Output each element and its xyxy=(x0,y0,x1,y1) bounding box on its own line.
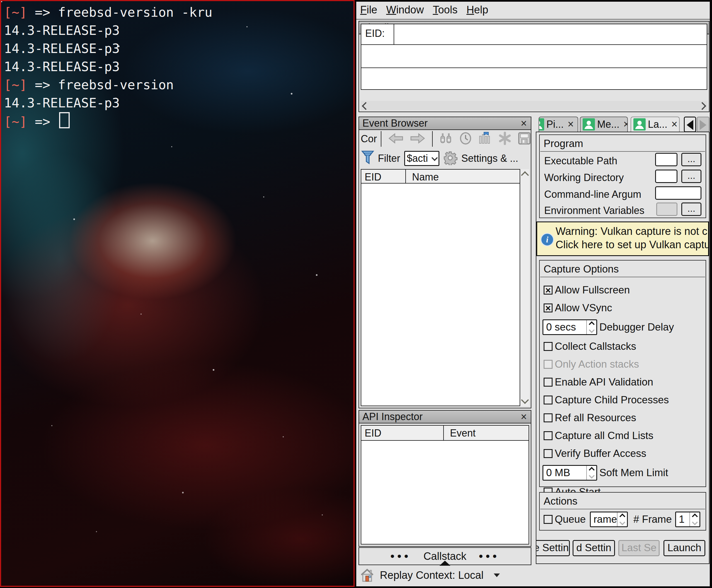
column-eid[interactable]: EID xyxy=(361,170,406,183)
filter-combobox[interactable]: $acti xyxy=(404,151,439,166)
event-browser-list[interactable] xyxy=(361,183,521,406)
column-eid[interactable]: EID xyxy=(361,426,444,440)
tab-scroll-left-button[interactable] xyxy=(684,117,696,132)
gear-icon[interactable] xyxy=(443,151,457,166)
settings-label[interactable]: Settings & ... xyxy=(461,152,518,164)
spin-up-icon[interactable] xyxy=(588,321,595,327)
window-person-icon xyxy=(583,118,595,130)
replay-context-label[interactable]: Replay Context: Local xyxy=(380,569,484,581)
program-group-title: Program xyxy=(540,135,706,151)
frame-number-spinner[interactable]: rame ( xyxy=(590,511,628,527)
tab-close-icon[interactable]: × xyxy=(567,118,574,130)
vulkan-warning-banner[interactable]: i Warning: Vulkan capture is not c Click… xyxy=(536,222,709,256)
scroll-right-icon[interactable] xyxy=(698,102,706,110)
launch-button[interactable]: Launch xyxy=(664,540,705,556)
option-collect-callstacks: Collect Callstacks xyxy=(540,337,706,355)
menu-help[interactable]: Help xyxy=(467,4,488,16)
column-name[interactable]: Name xyxy=(409,170,439,183)
scroll-left-icon[interactable] xyxy=(362,102,370,110)
chevron-down-icon xyxy=(432,155,438,161)
frame-count-value: 1 xyxy=(676,513,689,525)
save-settings-button[interactable]: ve Settin xyxy=(536,540,570,556)
executable-path-browse-button[interactable]: ... xyxy=(681,153,702,166)
replay-context-dropdown-icon[interactable] xyxy=(494,573,500,577)
spin-down-icon[interactable] xyxy=(588,473,595,479)
api-inspector-list[interactable] xyxy=(361,440,529,545)
tab-close-icon[interactable]: × xyxy=(671,118,677,130)
capture-child-processes-checkbox[interactable] xyxy=(544,396,553,404)
option-verify-buffer-access: Verify Buffer Access xyxy=(540,445,706,462)
menu-window[interactable]: Window xyxy=(386,4,424,16)
api-inspector-title: API Inspector xyxy=(362,411,423,422)
enable-api-validation-checkbox[interactable] xyxy=(544,378,553,386)
screen: [~] => freebsd-version -kru14.3-RELEASE-… xyxy=(0,0,712,588)
ref-all-resources-checkbox[interactable] xyxy=(544,413,553,422)
tab-la[interactable]: La...× xyxy=(631,117,679,133)
time-events-clock-icon[interactable] xyxy=(459,132,472,146)
capture-all-cmd-lists-checkbox[interactable] xyxy=(544,431,553,440)
spin-up-icon[interactable] xyxy=(619,513,625,519)
terminal-cursor xyxy=(59,112,70,128)
soft-mem-limit-spinner[interactable]: 0 MB xyxy=(542,465,597,481)
spinner-buttons[interactable] xyxy=(586,466,596,480)
last-settings-button[interactable]: Last Se xyxy=(618,540,660,556)
terminal-window[interactable]: [~] => freebsd-version -kru14.3-RELEASE-… xyxy=(0,0,354,587)
spin-up-icon[interactable] xyxy=(588,467,595,473)
event-browser-header: EID Name xyxy=(361,169,521,184)
event-browser-close-icon[interactable]: × xyxy=(521,117,527,129)
tab-close-icon[interactable]: × xyxy=(623,118,628,130)
capture-all-cmd-lists-label: Capture all Cmd Lists xyxy=(555,430,653,442)
menu-file[interactable]: File xyxy=(360,4,377,16)
environment-variables-field xyxy=(656,203,677,216)
tab-me[interactable]: Me...× xyxy=(580,117,628,132)
bookmark-chart-icon[interactable] xyxy=(478,132,492,146)
frame-count-spinner[interactable]: 1 xyxy=(675,511,700,527)
event-browser-scrollbar[interactable] xyxy=(520,169,529,406)
spin-down-icon[interactable] xyxy=(588,327,595,333)
callstack-bar[interactable]: ••• Callstack ••• xyxy=(359,547,531,565)
toolbar-separator xyxy=(381,131,381,147)
collect-callstacks-label: Collect Callstacks xyxy=(555,341,636,352)
event-browser-titlebar[interactable]: Event Browser × xyxy=(359,117,531,130)
enable-api-validation-label: Enable API Validation xyxy=(555,376,653,388)
allow-vsync-checkbox[interactable]: × xyxy=(544,303,553,312)
scroll-up-icon[interactable] xyxy=(521,171,529,179)
terminal-line: [~] => xyxy=(4,112,352,131)
tab-pi[interactable]: Pi...× xyxy=(539,117,578,132)
collect-callstacks-checkbox[interactable] xyxy=(544,342,553,351)
forward-arrow-icon[interactable] xyxy=(410,133,426,145)
scroll-down-icon[interactable] xyxy=(521,396,529,404)
group-separator xyxy=(540,277,705,277)
back-arrow-icon[interactable] xyxy=(388,133,404,145)
environment-variables-browse-button[interactable]: ... xyxy=(681,203,702,216)
allow-fullscreen-checkbox[interactable]: × xyxy=(544,286,553,295)
menu-tools[interactable]: Tools xyxy=(433,4,457,16)
triangle-left-icon xyxy=(687,120,693,130)
working-directory-field[interactable] xyxy=(655,170,677,183)
queue-capture-checkbox[interactable] xyxy=(544,515,553,524)
find-icon[interactable] xyxy=(439,132,452,146)
load-settings-button[interactable]: d Settin xyxy=(573,540,615,556)
timeline-canvas[interactable]: EID: xyxy=(361,24,707,90)
capture-options-list: ×Allow Fullscreen×Allow VSync0 secsDebug… xyxy=(540,281,706,501)
column-event[interactable]: Event xyxy=(447,426,476,440)
command-line-arguments-field[interactable] xyxy=(655,186,702,200)
verify-buffer-access-checkbox[interactable] xyxy=(544,449,553,458)
api-inspector-close-icon[interactable]: × xyxy=(521,411,527,423)
spin-down-icon[interactable] xyxy=(692,519,697,525)
tab-scroll-right-button[interactable] xyxy=(697,117,710,132)
spin-down-icon[interactable] xyxy=(619,519,625,525)
tab-label: La... xyxy=(648,119,667,130)
timeline-horizontal-scrollbar[interactable] xyxy=(361,101,707,110)
working-directory-browse-button[interactable]: ... xyxy=(681,170,702,183)
spinner-buttons[interactable] xyxy=(617,512,627,526)
spinner-buttons[interactable] xyxy=(689,512,699,526)
spinner-buttons[interactable] xyxy=(586,320,596,334)
api-inspector-titlebar[interactable]: API Inspector × xyxy=(359,411,531,423)
terminal-line: [~] => freebsd-version -kru xyxy=(4,3,352,21)
spin-up-icon[interactable] xyxy=(692,513,697,519)
debugger-delay-spinner[interactable]: 0 secs xyxy=(542,319,597,335)
asterisk-icon[interactable] xyxy=(498,132,512,146)
executable-path-field[interactable] xyxy=(655,153,677,166)
save-icon[interactable] xyxy=(518,132,531,146)
